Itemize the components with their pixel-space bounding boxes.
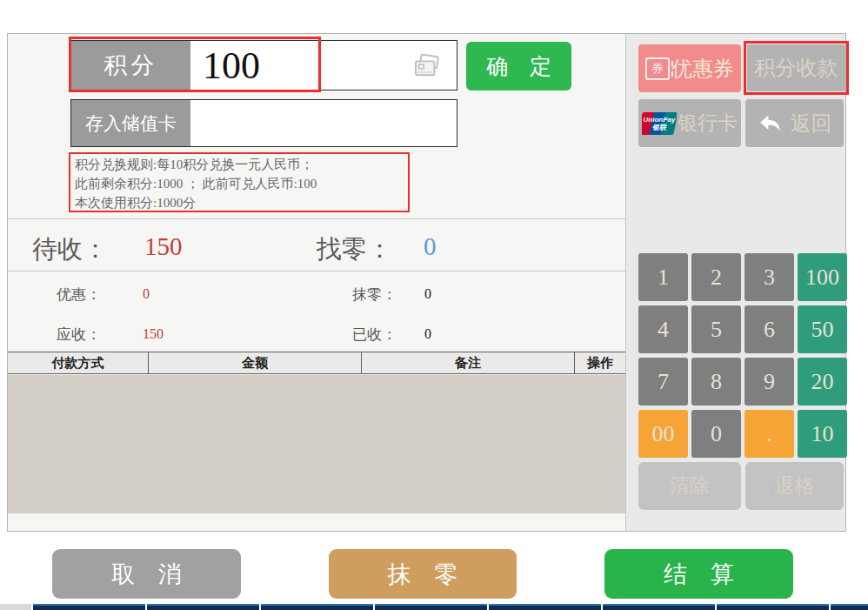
taskbar-segment <box>33 604 145 610</box>
key-0[interactable]: 0 <box>691 410 741 458</box>
points-label: 积分 <box>71 41 190 90</box>
bank-card-label: 银行卡 <box>678 110 738 137</box>
received-label: 已收： <box>352 325 397 345</box>
key-20[interactable]: 20 <box>798 358 847 406</box>
right-panel: 券 优惠券 积分收款 UnionPay银联 银行卡 返回 <box>625 34 845 531</box>
header-operation: 操作 <box>575 352 625 373</box>
bank-card-button[interactable]: UnionPay银联 银行卡 <box>638 99 741 147</box>
coupon-label: 优惠券 <box>671 55 734 83</box>
receivable-label: 应收： <box>57 325 101 345</box>
rounding-value: 0 <box>424 286 431 302</box>
taskbar-segment <box>489 604 601 610</box>
key-50[interactable]: 50 <box>798 305 847 353</box>
rules-line-1: 积分兑换规则:每10积分兑换一元人民币； <box>75 155 404 174</box>
key-6[interactable]: 6 <box>744 305 794 353</box>
received-value: 0 <box>424 326 431 342</box>
payment-table-body <box>8 375 625 513</box>
coupon-ticket-icon: 券 <box>645 57 670 80</box>
pending-label: 待收： <box>32 232 108 267</box>
backspace-button[interactable]: 退格 <box>745 462 844 510</box>
taskbar-segment <box>375 604 487 610</box>
key-10[interactable]: 10 <box>798 410 847 458</box>
back-button[interactable]: 返回 <box>745 99 844 147</box>
summary-main-row: 待收： 150 找零： 0 <box>8 227 625 265</box>
points-rules-box: 积分兑换规则:每10积分兑换一元人民币； 此前剩余积分:1000 ； 此前可兑人… <box>69 152 410 212</box>
deposit-field: 存入储值卡 <box>70 99 457 147</box>
deposit-label: 存入储值卡 <box>71 100 190 146</box>
header-amount: 金额 <box>149 352 362 373</box>
clear-button[interactable]: 清除 <box>638 462 741 510</box>
discount-value: 0 <box>143 286 150 302</box>
taskbar-corner <box>0 604 31 610</box>
header-payment-method: 付款方式 <box>8 352 149 373</box>
key-9[interactable]: 9 <box>744 358 794 406</box>
key-1[interactable]: 1 <box>638 253 688 301</box>
pending-value: 150 <box>144 232 183 261</box>
rules-line-3: 本次使用积分:1000分 <box>75 193 404 212</box>
key-00[interactable]: 00 <box>638 410 688 458</box>
discount-label: 优惠： <box>57 285 101 305</box>
key-4[interactable]: 4 <box>638 305 688 353</box>
points-field: 积分 100 <box>70 40 457 90</box>
back-label: 返回 <box>791 110 832 137</box>
settle-button[interactable]: 结 算 <box>604 549 793 599</box>
taskbar-segment <box>831 604 868 610</box>
key-2[interactable]: 2 <box>691 253 741 301</box>
taskbar-segment <box>261 604 373 610</box>
change-value: 0 <box>424 232 437 261</box>
key-100[interactable]: 100 <box>798 253 847 301</box>
rounding-label: 抹零： <box>352 285 397 305</box>
header-remark: 备注 <box>362 352 575 373</box>
round-off-button[interactable]: 抹 零 <box>329 549 517 599</box>
divider <box>8 218 625 219</box>
key-8[interactable]: 8 <box>691 358 741 406</box>
summary-receivable-row: 应收： 150 已收： 0 <box>8 325 625 344</box>
bottom-taskbar <box>0 603 868 610</box>
taskbar-segment <box>603 604 715 610</box>
receivable-value: 150 <box>143 326 164 342</box>
change-label: 找零： <box>317 232 392 267</box>
deposit-input[interactable] <box>190 100 457 146</box>
card-icon[interactable] <box>413 54 441 82</box>
key-dot[interactable]: . <box>744 410 794 458</box>
key-5[interactable]: 5 <box>691 305 741 353</box>
confirm-button[interactable]: 确 定 <box>466 42 571 90</box>
points-pay-highlight-frame: 积分收款 <box>744 41 849 95</box>
coupon-button[interactable]: 券 优惠券 <box>638 44 741 92</box>
divider <box>8 271 625 271</box>
taskbar-segment <box>717 604 829 610</box>
payment-window: 积分 100 确 定 存入储值卡 积分兑换规则:每10积 <box>7 33 846 532</box>
summary-discount-row: 优惠： 0 抹零： 0 <box>8 285 625 304</box>
points-pay-button[interactable]: 积分收款 <box>747 44 845 91</box>
payment-table-header: 付款方式 金额 备注 操作 <box>8 352 625 374</box>
taskbar-segment <box>147 604 259 610</box>
pos-payment-screen: 积分 100 确 定 存入储值卡 积分兑换规则:每10积 <box>0 0 868 610</box>
key-3[interactable]: 3 <box>744 253 794 301</box>
rules-line-2: 此前剩余积分:1000 ； 此前可兑人民币:100 <box>75 174 404 193</box>
key-7[interactable]: 7 <box>638 358 688 406</box>
unionpay-icon: UnionPay银联 <box>642 112 677 135</box>
numeric-keypad: 1 2 3 100 4 5 6 50 7 8 9 20 00 0 . 10 <box>638 253 847 458</box>
back-arrow-icon <box>758 113 782 134</box>
cancel-button[interactable]: 取 消 <box>52 549 241 599</box>
